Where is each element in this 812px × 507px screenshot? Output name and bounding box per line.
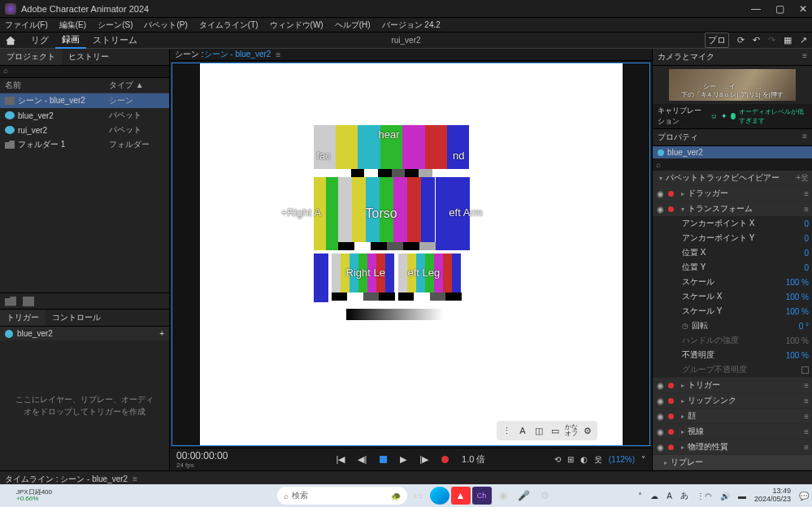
project-row-scene[interactable]: シーン - blue_ver2 シーン xyxy=(0,93,169,108)
group-transform-head[interactable]: ◉▾ トランスフォーム ≡ xyxy=(653,202,812,216)
menu-window[interactable]: ウィンドウ(W) xyxy=(270,20,323,31)
properties-menu-icon[interactable]: ≡ xyxy=(802,132,807,141)
taskbar-search[interactable]: ⌕ 検索 🐢 xyxy=(277,487,407,505)
workspace-icon[interactable]: ▦ xyxy=(784,35,792,46)
group-dragger-head[interactable]: ◉▸ ドラッガー ≡ xyxy=(653,186,812,201)
prop-scale[interactable]: スケール100 % xyxy=(653,275,812,289)
minimize-button[interactable]: — xyxy=(751,3,761,15)
tab-project[interactable]: プロジェクト xyxy=(0,49,62,65)
app-chrome[interactable]: ◉ xyxy=(493,487,513,505)
snap-icon[interactable]: ⊞ xyxy=(567,455,574,464)
app-character-animator[interactable]: Ch xyxy=(472,487,492,505)
stopwatch-icon[interactable]: ◷ xyxy=(682,322,688,330)
tab-trigger[interactable]: トリガー xyxy=(0,310,46,326)
checkbox[interactable] xyxy=(801,366,809,374)
prop-anchor-x[interactable]: アンカーポイント X0 xyxy=(653,216,812,231)
trigger-puppet-row[interactable]: blue_ver2 + xyxy=(0,327,169,340)
prop-pos-y[interactable]: 位置 Y0 xyxy=(653,260,812,275)
new-item-icon[interactable] xyxy=(23,297,34,306)
undo-icon[interactable]: ↶ xyxy=(753,35,760,46)
tray-notifications-icon[interactable]: 💬 xyxy=(799,492,809,500)
app-edge[interactable] xyxy=(430,487,449,505)
group-eyegaze-head[interactable]: ◉▸視線≡ xyxy=(653,424,812,439)
add-trigger-button[interactable]: + xyxy=(159,329,164,338)
home-icon[interactable] xyxy=(5,36,16,46)
redo-icon[interactable]: ↷ xyxy=(768,35,775,46)
menu-edit[interactable]: 編集(E) xyxy=(59,20,86,31)
menu-version[interactable]: バージョン 24.2 xyxy=(382,20,441,31)
menu-puppet[interactable]: パペット(P) xyxy=(144,20,187,31)
task-view-icon[interactable]: ▭ xyxy=(409,487,428,505)
face-track-icon[interactable]: ☺ xyxy=(710,112,718,120)
mode-record[interactable]: 録画 xyxy=(55,32,86,49)
menu-file[interactable]: ファイル(F) xyxy=(5,20,48,31)
project-row-puppet2[interactable]: rui_ver2 パペット xyxy=(0,123,169,137)
step-back-button[interactable]: ◀| xyxy=(358,454,367,465)
menu-timeline[interactable]: タイムライン(T) xyxy=(199,20,258,31)
sync-icon[interactable]: ⟳ xyxy=(737,35,745,46)
play-button[interactable]: ▶ xyxy=(400,454,406,465)
ime-settings-icon[interactable]: ⚙ xyxy=(580,423,595,438)
group-behaviors-head[interactable]: ▾ パペットトラックビヘイビアー +웃 xyxy=(653,171,812,185)
add-behavior-icon[interactable]: +웃 xyxy=(796,172,809,184)
maximize-button[interactable]: ▢ xyxy=(775,3,784,15)
scene-tab-close[interactable]: ≡ xyxy=(276,50,280,59)
col-type[interactable]: タイプ ▲ xyxy=(109,80,164,91)
ime-toolbar[interactable]: ⋮ A ◫ ▭ かな オフ ⚙ xyxy=(497,421,597,440)
tab-control[interactable]: コントロール xyxy=(46,310,107,326)
zoom-dropdown-icon[interactable]: ˅ xyxy=(641,455,645,464)
app-settings[interactable]: ⚙ xyxy=(536,487,555,505)
prop-opacity[interactable]: 不透明度100 % xyxy=(653,348,812,362)
mode-stream[interactable]: ストリーム xyxy=(86,32,144,48)
timecode[interactable]: 00:00:00:00 xyxy=(176,450,228,462)
ime-dict-icon[interactable]: ▭ xyxy=(548,423,562,438)
pro-badge[interactable]: プロ xyxy=(705,32,729,48)
timeline-tab-menu-icon[interactable]: ≡ xyxy=(132,474,137,483)
close-button[interactable]: ✕ xyxy=(799,3,807,15)
ime-handle-icon[interactable]: ⋮ xyxy=(499,423,514,438)
speed-label[interactable]: 1.0 倍 xyxy=(462,453,485,466)
tray-ime-icon[interactable]: A xyxy=(667,492,672,500)
tray-wifi-icon[interactable]: ⋮◠ xyxy=(697,492,712,500)
tab-history[interactable]: ヒストリー xyxy=(62,49,115,65)
prop-anchor-y[interactable]: アンカーポイント Y0 xyxy=(653,231,812,245)
body-track-icon[interactable]: ✦ xyxy=(721,112,727,120)
goto-start-button[interactable]: |◀ xyxy=(337,454,345,465)
project-row-puppet[interactable]: blue_ver2 パペット xyxy=(0,108,169,123)
onion-icon[interactable]: ◐ xyxy=(580,455,588,464)
project-row-folder[interactable]: フォルダー 1 フォルダー xyxy=(0,137,169,152)
ime-pad-icon[interactable]: ◫ xyxy=(532,423,546,438)
step-fwd-button[interactable]: |▶ xyxy=(419,454,428,465)
tray-input-icon[interactable]: あ xyxy=(680,490,688,501)
prop-scale-x[interactable]: スケール X100 % xyxy=(653,289,812,304)
group-replay-head[interactable]: ▸リプレー xyxy=(653,455,812,470)
menu-scene[interactable]: シーン(S) xyxy=(98,20,132,31)
prop-rotation[interactable]: ◷回転0 ° xyxy=(653,318,812,333)
ime-input-mode[interactable]: A xyxy=(515,423,530,438)
puppet-overlay-icon[interactable]: 웃 xyxy=(594,454,602,466)
prop-scale-y[interactable]: スケール Y100 % xyxy=(653,304,812,318)
properties-filter[interactable] xyxy=(653,158,812,171)
stop-button[interactable] xyxy=(380,456,387,463)
zoom-value[interactable]: (112%) xyxy=(609,455,635,464)
viewport[interactable]: hear fac nd +Right A Torso xyxy=(172,63,650,446)
prop-pos-x[interactable]: 位置 X0 xyxy=(653,245,812,260)
ime-kana-toggle[interactable]: かな オフ xyxy=(564,423,579,438)
record-button[interactable] xyxy=(441,456,449,463)
camera-preview[interactable]: シー …イ … … 下の「キ4 リ8 o レ| ア|リ1| を|押す xyxy=(669,69,796,101)
project-filter-input[interactable] xyxy=(0,66,169,77)
taskbar-widget[interactable]: JPX日経400 +0.66% xyxy=(3,489,52,502)
calibration-label[interactable]: キャリブレーション xyxy=(658,106,707,127)
menu-help[interactable]: ヘルプ(H) xyxy=(335,20,371,31)
tray-battery-icon[interactable]: ▬ xyxy=(738,492,746,500)
scene-link[interactable]: シーン - blue_ver2 xyxy=(204,49,271,60)
group-trigger-head[interactable]: ◉▸トリガー≡ xyxy=(653,378,812,392)
share-icon[interactable]: ↗ xyxy=(800,35,807,46)
group-physics-head[interactable]: ◉▸物理的性質≡ xyxy=(653,440,812,454)
start-button[interactable] xyxy=(258,487,276,505)
camera-menu-icon[interactable]: ≡ xyxy=(802,51,807,60)
app-adobe[interactable]: ▲ xyxy=(451,487,471,505)
tray-onedrive-icon[interactable]: ☁ xyxy=(650,492,658,500)
loop-icon[interactable]: ⟲ xyxy=(554,455,561,464)
selected-puppet-row[interactable]: blue_ver2 xyxy=(653,146,812,158)
